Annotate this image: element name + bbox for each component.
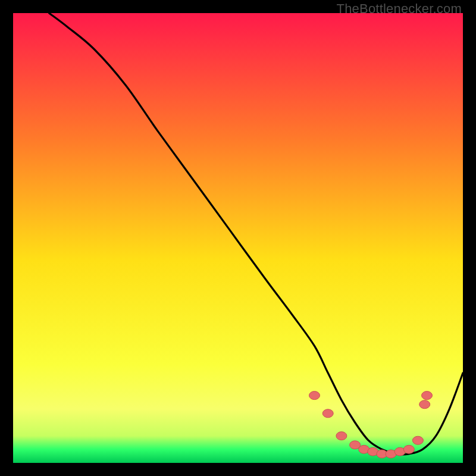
data-dot xyxy=(403,445,414,453)
data-dot xyxy=(412,436,423,444)
data-dot xyxy=(419,400,430,409)
data-dot xyxy=(309,392,320,400)
data-dot xyxy=(336,432,347,440)
data-dot xyxy=(422,392,433,400)
chart-frame xyxy=(13,13,463,463)
gradient-background xyxy=(13,13,463,463)
data-dot xyxy=(322,409,333,418)
chart-svg xyxy=(13,13,463,463)
